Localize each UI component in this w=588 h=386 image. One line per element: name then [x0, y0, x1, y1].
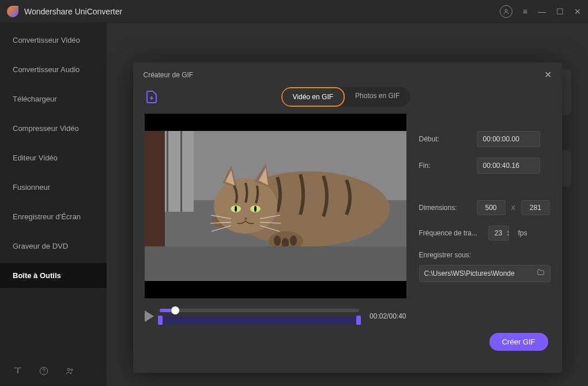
sidebar-item-video-editor[interactable]: Editeur Vidéo [0, 145, 107, 170]
sidebar-item-toolbox[interactable]: Boîte à Outils [0, 263, 107, 288]
video-preview [145, 114, 406, 298]
svg-point-3 [67, 368, 70, 370]
account-icon[interactable] [500, 5, 512, 18]
time-display: 00:02/00:40 [370, 312, 406, 320]
mode-toggle: Vidéo en GIF Photos en GIF [281, 87, 410, 107]
play-button[interactable] [145, 310, 154, 322]
help-icon[interactable] [39, 366, 48, 378]
input-end-time[interactable]: 00:00:40.16 [477, 158, 540, 174]
range-selector[interactable] [160, 317, 360, 324]
svg-point-2 [44, 373, 44, 373]
sidebar: Convertisseur Vidéo Convertisseur Audio … [0, 23, 107, 386]
content-area: es métado... automatique et n des mé des… [107, 23, 588, 386]
label-dimensions: Dimensions: [419, 204, 471, 212]
label-fps-unit: fps [518, 229, 527, 237]
tab-photos-to-gif[interactable]: Photos en GIF [345, 87, 410, 107]
save-path-row: C:\Users\WS\Pictures\Wonde [419, 265, 551, 282]
svg-point-4 [71, 369, 73, 370]
window-titlebar: Wondershare UniConverter ≡ — ☐ ✕ [0, 0, 588, 23]
sidebar-item-audio-converter[interactable]: Convertisseur Audio [0, 57, 107, 82]
label-start: Début: [419, 135, 471, 143]
svg-point-21 [254, 206, 257, 212]
app-logo-icon [7, 6, 18, 17]
gif-maker-modal: Créateur de GIF ✕ Vidéo en GIF Photos en… [133, 62, 562, 373]
maximize-icon[interactable]: ☐ [556, 7, 564, 16]
sidebar-item-merger[interactable]: Fusionneur [0, 175, 107, 200]
modal-title: Créateur de GIF [144, 71, 194, 79]
window-title: Wondershare UniConverter [24, 7, 500, 16]
stepper-fps[interactable]: ▲▼ [507, 230, 510, 237]
close-icon[interactable]: ✕ [544, 69, 552, 80]
svg-rect-27 [145, 246, 406, 281]
label-end: Fin: [419, 162, 471, 170]
playback-slider[interactable] [160, 309, 360, 312]
svg-point-0 [505, 9, 507, 12]
dimensions-sep: X [511, 204, 515, 211]
svg-rect-10 [167, 131, 168, 212]
people-icon[interactable] [65, 366, 75, 378]
svg-point-26 [290, 235, 297, 246]
range-handle-end[interactable] [356, 316, 361, 325]
range-handle-start[interactable] [158, 316, 163, 325]
sidebar-item-video-converter[interactable]: Convertisseur Vidéo [0, 28, 107, 53]
minimize-icon[interactable]: — [538, 7, 546, 16]
save-path-text: C:\Users\WS\Pictures\Wonde [424, 269, 536, 278]
sidebar-item-video-compressor[interactable]: Compresseur Vidéo [0, 116, 107, 141]
create-gif-button[interactable]: Créer GIF [489, 333, 548, 351]
svg-rect-9 [165, 131, 194, 212]
label-fps: Fréquence de tra... [419, 229, 483, 237]
input-height[interactable] [521, 200, 550, 215]
input-width[interactable] [477, 200, 506, 215]
menu-icon[interactable]: ≡ [523, 7, 527, 16]
svg-rect-11 [180, 131, 182, 212]
sidebar-item-downloader[interactable]: Téléchargeur [0, 87, 107, 111]
label-save-under: Enregistrer sous: [419, 251, 551, 259]
svg-point-20 [235, 206, 237, 212]
book-icon[interactable] [13, 366, 23, 378]
close-window-icon[interactable]: ✕ [574, 7, 581, 16]
folder-icon[interactable] [536, 268, 545, 279]
input-fps[interactable] [488, 226, 509, 241]
input-start-time[interactable]: 00:00:00.00 [477, 131, 540, 147]
add-file-icon[interactable] [145, 90, 159, 104]
sidebar-item-screen-recorder[interactable]: Enregistreur d'Écran [0, 204, 107, 229]
svg-point-24 [274, 235, 281, 246]
sidebar-item-dvd-burner[interactable]: Graveur de DVD [0, 234, 107, 258]
tab-video-to-gif[interactable]: Vidéo en GIF [281, 87, 345, 107]
